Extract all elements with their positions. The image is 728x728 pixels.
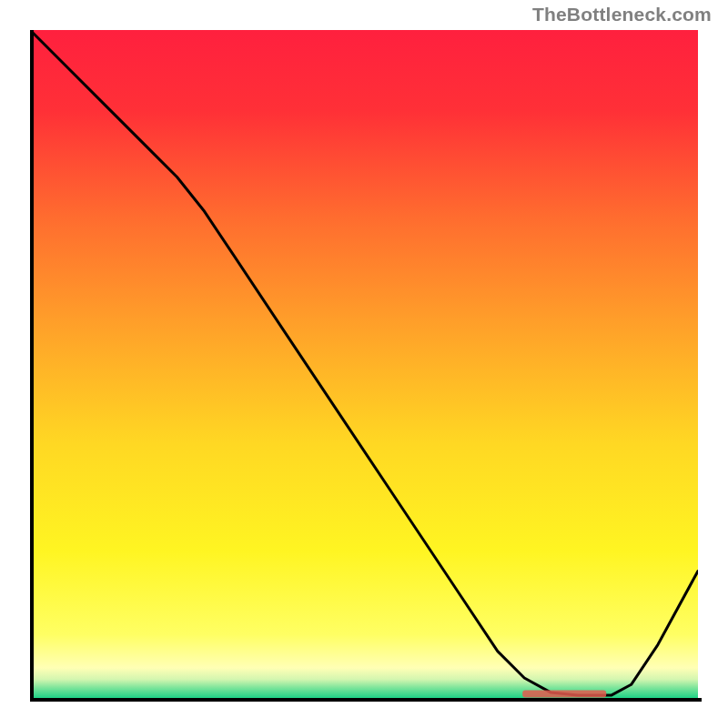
watermark-text: TheBottleneck.com — [532, 4, 712, 25]
chart-annotation — [522, 691, 606, 698]
chart-container: TheBottleneck.com — [0, 0, 728, 728]
svg-rect-0 — [522, 691, 606, 698]
plot-area — [30, 30, 698, 698]
y-axis — [30, 30, 34, 702]
x-axis — [30, 698, 702, 702]
plot-svg — [30, 30, 698, 698]
